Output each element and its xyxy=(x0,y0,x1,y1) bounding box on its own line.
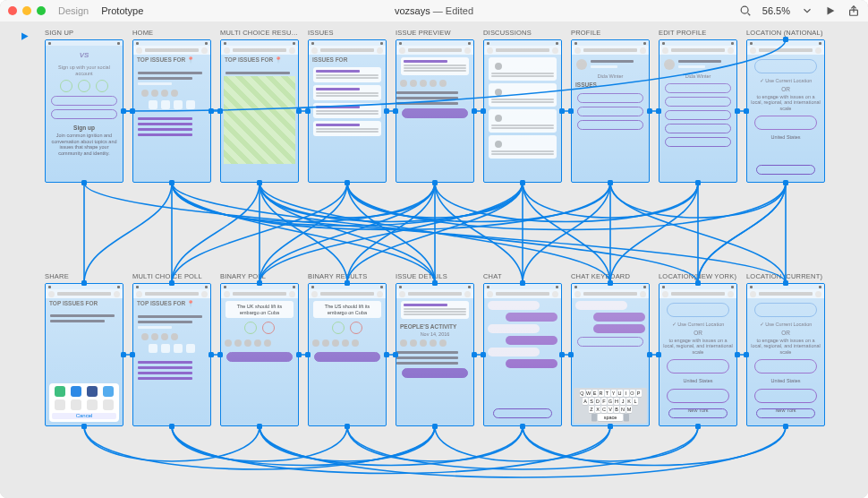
prototype-wire[interactable] xyxy=(172,183,435,222)
key[interactable]: E xyxy=(592,390,598,397)
prototype-wire[interactable] xyxy=(260,183,610,283)
screen[interactable]: TOP ISSUES FOR 📍 xyxy=(132,39,211,183)
location-option[interactable] xyxy=(754,116,817,130)
prototype-wire[interactable] xyxy=(172,183,435,283)
artboard-multi-results[interactable]: MULTI CHOICE RESULTSTOP ISSUES FOR 📍 xyxy=(220,29,299,183)
prototype-wire[interactable] xyxy=(260,426,435,461)
discussion-item[interactable] xyxy=(489,83,557,107)
artboard-sign-up[interactable]: SIGN UPVSSign up with your social accoun… xyxy=(45,29,123,183)
avatar[interactable] xyxy=(576,59,587,70)
artboard-label[interactable]: ISSUES xyxy=(308,29,387,38)
share-target[interactable] xyxy=(87,386,98,397)
artboard-label[interactable]: LOCATION (NATIONAL) xyxy=(746,29,825,38)
share-target[interactable] xyxy=(55,386,65,397)
prototype-wire[interactable] xyxy=(84,426,435,469)
artboard-discussions[interactable]: DISCUSSIONS xyxy=(483,29,562,183)
artboard-label[interactable]: SHARE xyxy=(45,272,123,281)
screen[interactable]: ✓ Use Current LocationORto engage with i… xyxy=(659,283,737,426)
cta-button[interactable] xyxy=(402,368,468,378)
location-option[interactable] xyxy=(754,389,817,403)
cta-button[interactable] xyxy=(402,108,468,118)
share-action[interactable] xyxy=(71,399,81,410)
prototype-wire[interactable] xyxy=(523,426,698,461)
artboard-label[interactable]: LOCATION (CURRENT) xyxy=(746,272,825,281)
discussion-item[interactable] xyxy=(489,135,557,159)
artboard-label[interactable]: EDIT PROFILE xyxy=(659,29,737,38)
vote-no-icon[interactable] xyxy=(262,322,275,334)
screen[interactable]: TOP ISSUES FORCancel xyxy=(45,283,123,426)
screen[interactable]: QWERTYUIOPASDFGHJKLZXCVBNMspace xyxy=(571,283,650,426)
prototype-wire[interactable] xyxy=(84,183,172,283)
prototype-wire[interactable] xyxy=(260,183,523,222)
prototype-wire[interactable] xyxy=(172,426,435,466)
artboard-multi-poll[interactable]: MULTI CHOICE POLLTOP ISSUES FOR 📍 xyxy=(132,272,211,426)
prototype-wire[interactable] xyxy=(435,426,610,461)
screen[interactable] xyxy=(483,39,562,183)
prototype-wire[interactable] xyxy=(347,183,435,283)
zoom-window-icon[interactable] xyxy=(37,6,46,15)
artboard-label[interactable]: BINARY POLL xyxy=(220,272,299,281)
key[interactable]: H xyxy=(614,398,619,405)
prototype-wire[interactable] xyxy=(260,426,786,477)
vote-yes-icon[interactable] xyxy=(332,322,345,334)
artboard-label[interactable]: MULTI CHOICE POLL xyxy=(132,272,211,281)
keyboard[interactable]: QWERTYUIOPASDFGHJKLZXCVBNMspace xyxy=(574,388,647,424)
artboard-chat-keyboard[interactable]: CHAT KEYBOARDQWERTYUIOPASDFGHJKLZXCVBNMs… xyxy=(571,272,650,426)
artboard-label[interactable]: HOME xyxy=(132,29,211,38)
prototype-wire[interactable] xyxy=(260,183,435,218)
artboard-loc-current[interactable]: LOCATION (CURRENT)✓ Use Current Location… xyxy=(746,272,825,426)
chat-input[interactable] xyxy=(493,408,552,418)
screen[interactable]: The UK should lift its embargo on Cuba xyxy=(220,283,299,426)
share-action[interactable] xyxy=(103,399,114,410)
prototype-wire[interactable] xyxy=(172,183,523,226)
vote-no-icon[interactable] xyxy=(350,322,362,334)
prototype-wire[interactable] xyxy=(347,426,523,461)
search-icon[interactable] xyxy=(739,4,752,17)
prototype-wire[interactable] xyxy=(172,183,260,283)
password-button[interactable] xyxy=(51,109,117,119)
prototype-wire[interactable] xyxy=(698,183,786,283)
key[interactable]: Y xyxy=(611,390,617,397)
key[interactable]: M xyxy=(626,406,632,413)
artboard-issue-details[interactable]: ISSUE DETAILSPEOPLE'S ACTIVITYNov 14, 20… xyxy=(396,272,474,426)
share-target[interactable] xyxy=(103,386,114,397)
screen[interactable] xyxy=(396,39,474,183)
prototype-wire[interactable] xyxy=(84,426,260,461)
use-current-location-button[interactable] xyxy=(667,303,729,317)
key[interactable]: Z xyxy=(589,406,594,413)
prototype-wire[interactable] xyxy=(610,183,698,283)
key[interactable]: L xyxy=(633,398,638,405)
screen[interactable]: Dida Winter xyxy=(659,39,737,183)
use-current-location-button[interactable] xyxy=(754,59,817,73)
prototype-wire[interactable] xyxy=(347,426,698,469)
key[interactable]: G xyxy=(608,398,613,405)
artboard-loc-ny[interactable]: LOCATION(NEW YORK)✓ Use Current Location… xyxy=(659,272,737,426)
issue-card[interactable] xyxy=(401,57,469,75)
artboard-home[interactable]: HOMETOP ISSUES FOR 📍 xyxy=(132,29,211,183)
artboard-share[interactable]: SHARETOP ISSUES FORCancel xyxy=(45,272,123,426)
chevron-down-icon[interactable] xyxy=(801,4,813,17)
field-row[interactable] xyxy=(665,97,731,107)
key[interactable]: B xyxy=(614,406,619,413)
artboard-label[interactable]: PROFILE xyxy=(571,29,650,38)
artboard-issues[interactable]: ISSUESISSUES FOR xyxy=(308,29,387,183)
key[interactable]: D xyxy=(595,398,600,405)
artboard-profile[interactable]: PROFILEDida WinterISSUES xyxy=(571,29,650,183)
prototype-wire[interactable] xyxy=(347,183,610,222)
use-current-location-button[interactable] xyxy=(754,303,817,317)
prototype-wire[interactable] xyxy=(347,183,523,283)
key[interactable]: J xyxy=(620,398,625,405)
prototype-wire[interactable] xyxy=(172,183,610,230)
issue-card[interactable] xyxy=(313,85,381,100)
artboard-label[interactable]: BINARY RESULTS xyxy=(308,272,387,281)
issue-card[interactable] xyxy=(313,121,381,136)
key[interactable]: S xyxy=(589,398,594,405)
artboard-label[interactable]: CHAT xyxy=(483,272,562,281)
key[interactable]: V xyxy=(608,406,613,413)
key-shift[interactable] xyxy=(591,414,597,421)
artboard-binary-poll[interactable]: BINARY POLLThe UK should lift its embarg… xyxy=(220,272,299,426)
key[interactable]: R xyxy=(599,390,604,397)
window-controls[interactable] xyxy=(8,6,46,15)
key[interactable]: A xyxy=(583,398,588,405)
avatar[interactable] xyxy=(664,59,675,70)
